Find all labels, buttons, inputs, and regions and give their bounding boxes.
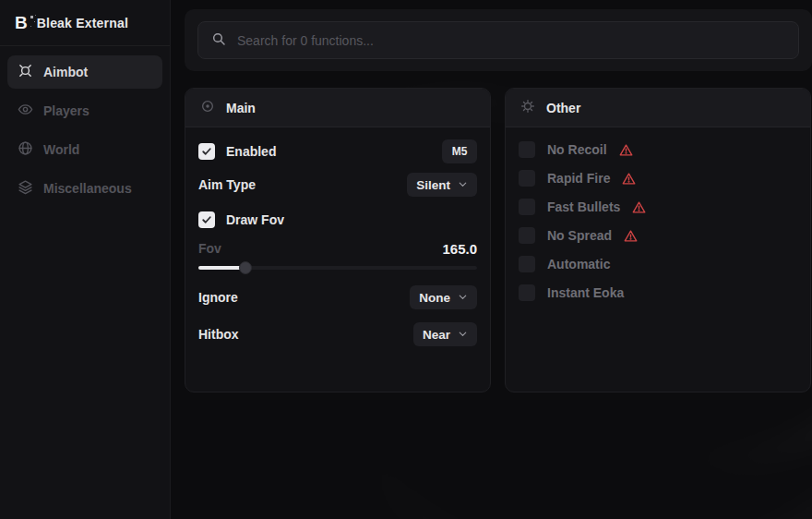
- fast-bullets-row: Fast Bullets: [519, 199, 797, 215]
- chevron-down-icon: [458, 328, 468, 342]
- sidebar-item-players[interactable]: Players: [7, 94, 162, 127]
- no-spread-row: No Spread: [519, 227, 797, 244]
- main-panel-header: Main: [185, 89, 490, 127]
- fov-value: 165.0: [442, 241, 477, 257]
- gear-icon: [520, 99, 535, 117]
- warning-icon: [622, 172, 636, 186]
- sidebar-nav: Aimbot Players: [0, 46, 170, 214]
- aim-type-label: Aim Type: [198, 177, 256, 192]
- automatic-row: Automatic: [519, 256, 797, 272]
- instant-eoka-label: Instant Eoka: [547, 285, 624, 300]
- sidebar-item-label: Aimbot: [43, 65, 88, 79]
- fov-label: Fov: [198, 241, 221, 256]
- instant-eoka-checkbox[interactable]: [519, 284, 535, 301]
- app-title: Bleak External: [37, 16, 128, 30]
- aim-type-dropdown[interactable]: Silent: [407, 173, 477, 197]
- search-box[interactable]: [197, 21, 799, 59]
- main-panel-body: Enabled M5 Aim Type Silent: [185, 127, 490, 358]
- no-spread-label: No Spread: [547, 228, 612, 243]
- automatic-checkbox[interactable]: [519, 256, 535, 272]
- eye-icon: [18, 102, 33, 120]
- sidebar-item-label: World: [43, 142, 79, 157]
- other-panel: Other No Recoil Rapid Fire: [505, 88, 811, 392]
- crosshair-icon: [18, 63, 33, 81]
- aim-type-value: Silent: [416, 178, 450, 192]
- fov-slider[interactable]: [198, 261, 477, 274]
- search-input[interactable]: [237, 33, 785, 48]
- globe-icon: [18, 140, 33, 159]
- no-spread-checkbox[interactable]: [519, 227, 535, 244]
- no-recoil-row: No Recoil: [519, 141, 797, 158]
- layers-icon: [18, 179, 33, 198]
- fov-row: Fov 165.0: [198, 239, 477, 258]
- ignore-row: Ignore None: [198, 285, 477, 309]
- sidebar-item-label: Miscellaneous: [43, 181, 132, 196]
- instant-eoka-row: Instant Eoka: [519, 284, 797, 301]
- no-recoil-label: No Recoil: [547, 142, 607, 157]
- enabled-label: Enabled: [226, 144, 276, 159]
- enabled-checkbox[interactable]: [198, 143, 215, 160]
- sidebar-item-aimbot[interactable]: Aimbot: [7, 55, 162, 89]
- sidebar-item-miscellaneous[interactable]: Miscellaneous: [7, 172, 162, 205]
- hitbox-value: Near: [423, 328, 450, 342]
- main-content: Main Enabled M5 Aim Type: [171, 0, 812, 519]
- ignore-dropdown[interactable]: None: [410, 285, 477, 309]
- app-logo-icon: B: [15, 14, 28, 31]
- fast-bullets-label: Fast Bullets: [547, 199, 620, 214]
- sidebar-item-world[interactable]: World: [7, 133, 162, 166]
- ignore-label: Ignore: [198, 290, 238, 305]
- other-panel-body: No Recoil Rapid Fire F: [506, 127, 810, 325]
- draw-fov-row: Draw Fov: [198, 208, 477, 232]
- search-icon: [211, 31, 226, 50]
- warning-icon: [632, 200, 646, 214]
- enabled-row: Enabled M5: [198, 139, 477, 163]
- chevron-down-icon: [458, 291, 468, 305]
- fov-slider-thumb[interactable]: [239, 261, 252, 274]
- chevron-down-icon: [458, 178, 468, 192]
- sidebar-header: B Bleak External: [0, 0, 170, 46]
- rapid-fire-checkbox[interactable]: [519, 170, 535, 187]
- draw-fov-label: Draw Fov: [226, 212, 284, 227]
- automatic-label: Automatic: [547, 257, 610, 272]
- enabled-keybind-button[interactable]: M5: [442, 139, 477, 163]
- panel-title: Main: [226, 101, 256, 115]
- app-window: B Bleak External Aimbot: [0, 0, 812, 519]
- hitbox-dropdown[interactable]: Near: [413, 322, 477, 346]
- target-icon: [200, 99, 215, 117]
- main-panel: Main Enabled M5 Aim Type: [185, 88, 491, 392]
- search-panel: [185, 9, 812, 71]
- rapid-fire-label: Rapid Fire: [547, 171, 610, 186]
- panels-row: Main Enabled M5 Aim Type: [185, 88, 812, 392]
- aim-type-row: Aim Type Silent: [198, 173, 477, 197]
- other-panel-header: Other: [506, 89, 810, 127]
- ignore-value: None: [419, 291, 450, 305]
- warning-icon: [619, 143, 633, 157]
- hitbox-row: Hitbox Near: [198, 322, 477, 346]
- no-recoil-checkbox[interactable]: [519, 141, 535, 158]
- sidebar: B Bleak External Aimbot: [0, 0, 171, 519]
- draw-fov-checkbox[interactable]: [198, 211, 215, 228]
- warning-icon: [624, 229, 638, 243]
- sidebar-item-label: Players: [43, 103, 90, 118]
- rapid-fire-row: Rapid Fire: [519, 170, 797, 187]
- hitbox-label: Hitbox: [198, 327, 239, 342]
- fast-bullets-checkbox[interactable]: [519, 199, 535, 215]
- panel-title: Other: [546, 101, 580, 115]
